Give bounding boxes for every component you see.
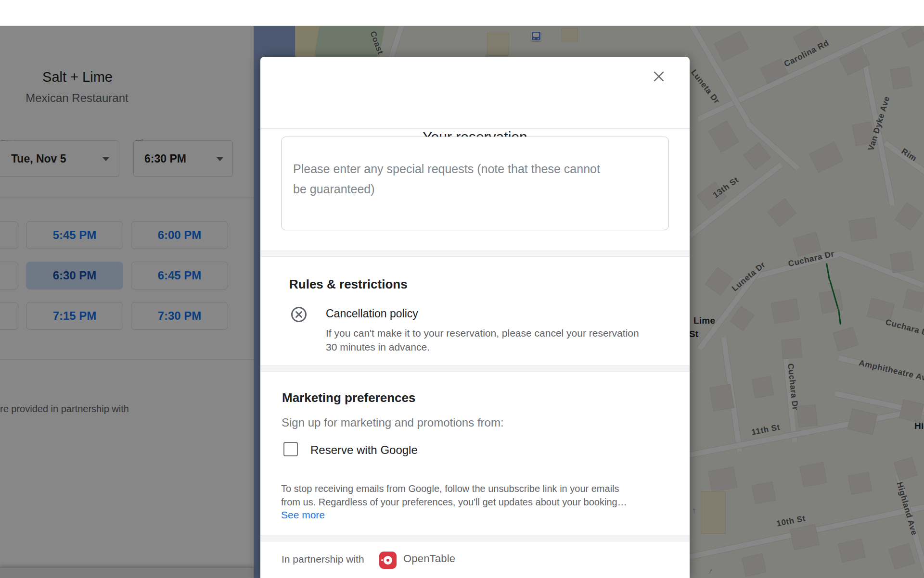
cancellation-policy-title: Cancellation policy [326, 307, 418, 320]
reservation-modal: Your reservation Salt + Lime Please ente… [260, 57, 690, 578]
reserve-with-google-checkbox[interactable] [283, 442, 298, 456]
modal-body: Please enter any special requests (note … [260, 128, 690, 578]
rules-heading: Rules & restrictions [289, 277, 408, 292]
footer-partnership-text: In partnership with [282, 553, 364, 565]
header-shadow [260, 128, 690, 131]
opentable-logo-icon [379, 552, 397, 569]
section-separator [260, 535, 690, 541]
marketing-intro: Sign up for marketing and promotions fro… [282, 416, 504, 429]
marketing-heading: Marketing preferences [282, 390, 415, 405]
see-more-link[interactable]: See more [281, 509, 325, 521]
top-bar [0, 0, 924, 26]
special-requests-textarea[interactable]: Please enter any special requests (note … [281, 137, 669, 230]
cancellation-circle-x-icon [291, 306, 307, 323]
opentable-brand-text: OpenTable [403, 553, 455, 565]
close-x-icon [652, 69, 666, 84]
close-button[interactable] [647, 64, 671, 88]
marketing-disclaimer: To stop receiving emails from Google, fo… [281, 482, 627, 509]
special-requests-placeholder: Please enter any special requests (note … [293, 159, 606, 199]
section-separator [260, 365, 690, 372]
reservation-screen: ↑ ↑ Coast Carolina Rd Luneta Dr Van Dyke… [0, 0, 924, 578]
reserve-with-google-label: Reserve with Google [310, 443, 418, 457]
section-separator [260, 251, 690, 257]
cancellation-policy-description: If you can't make it to your reservation… [326, 326, 639, 354]
